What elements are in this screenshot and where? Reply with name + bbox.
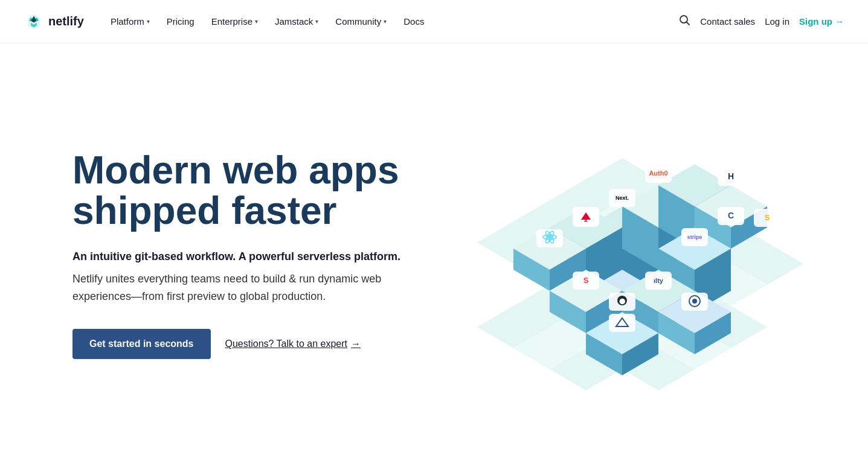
svg-point-85 (548, 235, 551, 239)
svg-text:stripe: stripe (687, 234, 702, 240)
nav-right: Contact sales Log in Sign up → (678, 14, 844, 29)
svg-text:A: A (584, 218, 588, 223)
enterprise-chevron-icon: ▾ (255, 18, 258, 25)
svg-text:C: C (728, 211, 734, 220)
svg-text:S: S (765, 213, 770, 222)
expert-arrow-icon: → (351, 339, 361, 349)
svg-point-97 (692, 299, 697, 304)
hero-visual: Auth0 Next. stripe A (400, 80, 844, 430)
nav-item-pricing[interactable]: Pricing (159, 11, 202, 31)
logo-link[interactable]: netlify (24, 12, 84, 31)
jamstack-chevron-icon: ▾ (315, 18, 318, 25)
nav-item-jamstack[interactable]: Jamstack ▾ (268, 11, 326, 31)
svg-text:Next.: Next. (616, 195, 629, 201)
hero-cta: Get started in seconds Questions? Talk t… (72, 329, 400, 359)
svg-line-2 (687, 22, 690, 25)
navbar: netlify Platform ▾ Pricing Enterprise ▾ … (0, 0, 868, 43)
svg-text:S: S (583, 276, 589, 285)
isometric-illustration: Auth0 Next. stripe A (435, 86, 809, 424)
contact-sales-link[interactable]: Contact sales (700, 16, 755, 27)
svg-text:Auth0: Auth0 (649, 170, 667, 177)
nav-item-community[interactable]: Community ▾ (328, 11, 394, 31)
svg-text:H: H (728, 171, 734, 181)
get-started-button[interactable]: Get started in seconds (72, 329, 211, 359)
svg-rect-93 (609, 314, 635, 332)
nav-item-platform[interactable]: Platform ▾ (103, 11, 157, 31)
signup-arrow-icon: → (835, 16, 844, 27)
hero-section: Modern web apps shipped faster An intuit… (0, 43, 868, 458)
nav-item-enterprise[interactable]: Enterprise ▾ (204, 11, 265, 31)
login-link[interactable]: Log in (765, 16, 789, 27)
community-chevron-icon: ▾ (384, 18, 387, 25)
svg-text:⬤: ⬤ (619, 298, 625, 305)
signup-link[interactable]: Sign up → (799, 16, 844, 27)
talk-to-expert-link[interactable]: Questions? Talk to an expert → (225, 339, 361, 349)
netlify-logo-icon (24, 12, 43, 31)
platform-chevron-icon: ▾ (147, 18, 150, 25)
hero-subtitle: Netlify unites everything teams need to … (72, 270, 399, 305)
svg-text:ılty: ılty (654, 277, 664, 284)
logo-text: netlify (48, 14, 84, 28)
hero-content: Modern web apps shipped faster An intuit… (72, 150, 400, 360)
hero-subtitle-bold: An intuitive git-based workflow. A power… (72, 250, 400, 263)
nav-links: Platform ▾ Pricing Enterprise ▾ Jamstack… (103, 11, 678, 31)
nav-item-docs[interactable]: Docs (396, 11, 431, 31)
search-icon[interactable] (678, 14, 690, 29)
hero-title: Modern web apps shipped faster (72, 150, 400, 231)
